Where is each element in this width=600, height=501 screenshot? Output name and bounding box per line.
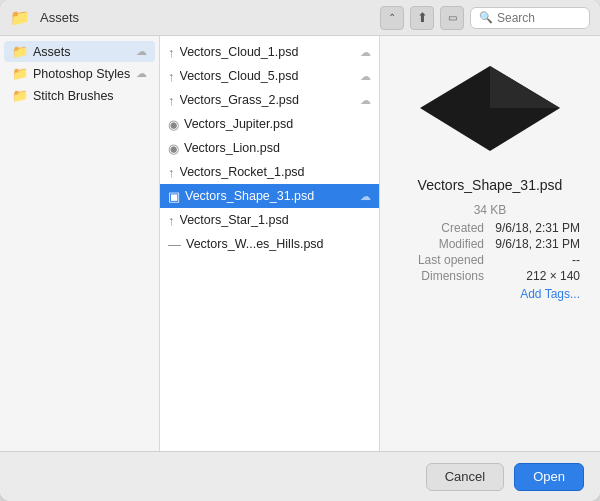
sidebar-item-photoshop-styles[interactable]: 📁 Photoshop Styles ☁ [4, 63, 155, 84]
file-type-icon: ↑ [168, 213, 175, 228]
file-name-label: Vectors_Star_1.psd [180, 213, 372, 227]
cloud-status-icon: ☁ [360, 70, 371, 83]
folder-icon-photoshop: 📁 [12, 66, 28, 81]
content-area: 📁 Assets ☁ 📁 Photoshop Styles ☁ 📁 Stitch… [0, 36, 600, 451]
modified-row: Modified 9/6/18, 2:31 PM [400, 237, 580, 251]
window-title: Assets [40, 10, 372, 25]
open-button[interactable]: Open [514, 463, 584, 491]
titlebar-controls: ⌃ ⬆ ▭ 🔍 [380, 6, 590, 30]
sidebar-item-label-photoshop: Photoshop Styles [33, 67, 131, 81]
file-list-item[interactable]: ↑Vectors_Star_1.psd [160, 208, 379, 232]
preview-svg [410, 56, 570, 161]
share-button[interactable]: ⬆ [410, 6, 434, 30]
preview-filename: Vectors_Shape_31.psd [390, 177, 590, 193]
navigate-up-button[interactable]: ⌃ [380, 6, 404, 30]
file-type-icon: ↑ [168, 93, 175, 108]
file-name-label: Vectors_Rocket_1.psd [180, 165, 372, 179]
file-list-item[interactable]: ◉Vectors_Jupiter.psd [160, 112, 379, 136]
file-name-label: Vectors_Shape_31.psd [185, 189, 355, 203]
svg-marker-1 [490, 66, 560, 108]
created-value: 9/6/18, 2:31 PM [490, 221, 580, 235]
dimensions-label: Dimensions [394, 269, 484, 283]
cloud-status-icon: ☁ [360, 46, 371, 59]
file-list-item[interactable]: ▣Vectors_Shape_31.psd☁ [160, 184, 379, 208]
preview-image [410, 56, 570, 161]
file-list-item[interactable]: ↑Vectors_Rocket_1.psd [160, 160, 379, 184]
file-list-item[interactable]: ↑Vectors_Cloud_5.psd☁ [160, 64, 379, 88]
file-type-icon: ◉ [168, 117, 179, 132]
add-tags-row[interactable]: Add Tags... [400, 285, 580, 301]
dimensions-row: Dimensions 212 × 140 [400, 269, 580, 283]
folder-icon-assets: 📁 [12, 44, 28, 59]
search-box: 🔍 [470, 7, 590, 29]
file-name-label: Vectors_W...es_Hills.psd [186, 237, 371, 251]
file-list-item[interactable]: ↑Vectors_Grass_2.psd☁ [160, 88, 379, 112]
cancel-button[interactable]: Cancel [426, 463, 504, 491]
file-type-icon: — [168, 237, 181, 252]
sidebar-item-label-stitch: Stitch Brushes [33, 89, 147, 103]
sidebar-item-label-assets: Assets [33, 45, 131, 59]
add-tags-link[interactable]: Add Tags... [520, 287, 580, 301]
created-row: Created 9/6/18, 2:31 PM [400, 221, 580, 235]
file-type-icon: ↑ [168, 165, 175, 180]
search-icon: 🔍 [479, 11, 493, 24]
created-label: Created [394, 221, 484, 235]
file-list-item[interactable]: —Vectors_W...es_Hills.psd [160, 232, 379, 256]
cloud-icon-photoshop: ☁ [136, 67, 147, 80]
modified-label: Modified [394, 237, 484, 251]
modified-value: 9/6/18, 2:31 PM [490, 237, 580, 251]
view-toggle-button[interactable]: ▭ [440, 6, 464, 30]
last-opened-label: Last opened [394, 253, 484, 267]
dimensions-value: 212 × 140 [490, 269, 580, 283]
cloud-status-icon: ☁ [360, 94, 371, 107]
file-type-icon: ◉ [168, 141, 179, 156]
last-opened-value: -- [490, 253, 580, 267]
file-name-label: Vectors_Cloud_5.psd [180, 69, 356, 83]
cloud-icon-assets: ☁ [136, 45, 147, 58]
folder-icon: 📁 [10, 8, 30, 27]
file-list-item[interactable]: ↑Vectors_Cloud_1.psd☁ [160, 40, 379, 64]
file-list: ↑Vectors_Cloud_1.psd☁↑Vectors_Cloud_5.ps… [160, 36, 380, 451]
file-info-block: Created 9/6/18, 2:31 PM Modified 9/6/18,… [390, 221, 590, 303]
titlebar: 📁 Assets ⌃ ⬆ ▭ 🔍 [0, 0, 600, 36]
preview-panel: Vectors_Shape_31.psd 34 KB Created 9/6/1… [380, 36, 600, 451]
search-input[interactable] [497, 11, 577, 25]
file-type-icon: ↑ [168, 69, 175, 84]
bottom-bar: Cancel Open [0, 451, 600, 501]
file-name-label: Vectors_Jupiter.psd [184, 117, 371, 131]
sidebar: 📁 Assets ☁ 📁 Photoshop Styles ☁ 📁 Stitch… [0, 36, 160, 451]
file-type-icon: ▣ [168, 189, 180, 204]
file-name-label: Vectors_Lion.psd [184, 141, 371, 155]
preview-size: 34 KB [474, 203, 507, 217]
cloud-status-icon: ☁ [360, 190, 371, 203]
file-list-item[interactable]: ◉Vectors_Lion.psd [160, 136, 379, 160]
file-name-label: Vectors_Cloud_1.psd [180, 45, 356, 59]
file-type-icon: ↑ [168, 45, 175, 60]
folder-icon-stitch: 📁 [12, 88, 28, 103]
sidebar-item-stitch-brushes[interactable]: 📁 Stitch Brushes [4, 85, 155, 106]
file-picker-window: 📁 Assets ⌃ ⬆ ▭ 🔍 📁 Assets ☁ 📁 Photoshop … [0, 0, 600, 501]
file-name-label: Vectors_Grass_2.psd [180, 93, 356, 107]
sidebar-item-assets[interactable]: 📁 Assets ☁ [4, 41, 155, 62]
last-opened-row: Last opened -- [400, 253, 580, 267]
